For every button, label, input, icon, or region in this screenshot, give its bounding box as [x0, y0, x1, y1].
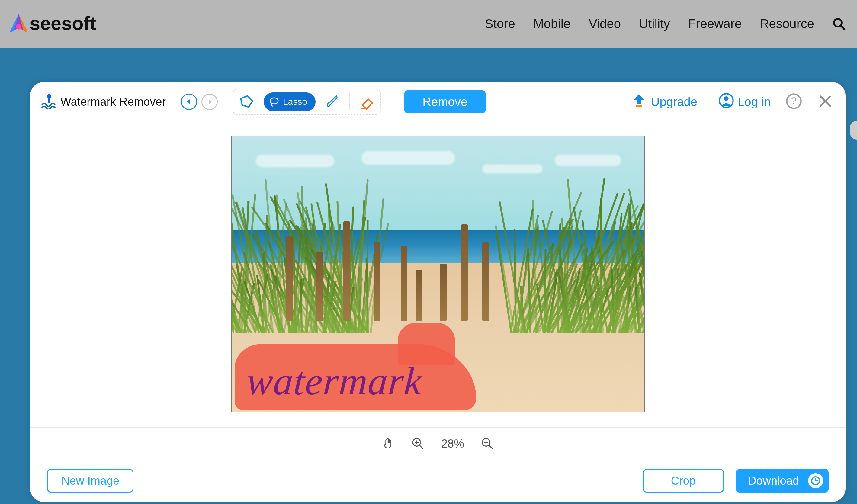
svg-rect-8	[636, 105, 642, 106]
nav-store[interactable]: Store	[485, 17, 515, 31]
crop-label: Crop	[671, 474, 696, 487]
tool-separator	[349, 93, 350, 110]
login-label: Log in	[738, 95, 771, 109]
login-button[interactable]: Log in	[718, 93, 771, 111]
history-controls	[181, 94, 218, 110]
zoom-out-icon[interactable]	[481, 437, 494, 450]
watermark-text: watermark	[245, 358, 424, 404]
nav-freeware[interactable]: Freeware	[688, 17, 742, 31]
svg-point-0	[16, 24, 21, 30]
lasso-label: Lasso	[283, 97, 307, 107]
svg-point-6	[270, 98, 278, 104]
nav-resource[interactable]: Resource	[760, 17, 814, 31]
site-nav: Store Mobile Video Utility Freeware Reso…	[485, 17, 845, 31]
download-button[interactable]: Download	[736, 469, 829, 492]
search-icon[interactable]	[832, 17, 845, 31]
nav-mobile[interactable]: Mobile	[533, 17, 571, 31]
watermark-icon	[40, 92, 58, 112]
lasso-tool-button[interactable]: Lasso	[264, 93, 316, 111]
canvas-image[interactable]: watermark	[231, 136, 645, 412]
upgrade-icon	[631, 93, 647, 111]
app-title-text: Watermark Remover	[61, 96, 166, 108]
history-clock-icon[interactable]	[808, 473, 823, 488]
undo-button[interactable]	[181, 94, 197, 110]
app-toolbar: Watermark Remover Lasso	[30, 82, 845, 121]
side-handle[interactable]	[850, 121, 857, 139]
redo-button[interactable]	[201, 94, 218, 110]
help-icon[interactable]: ?	[786, 93, 802, 111]
canvas-area[interactable]: watermark	[30, 121, 845, 427]
svg-point-10	[724, 96, 728, 101]
upgrade-button[interactable]: Upgrade	[631, 93, 697, 111]
new-image-label: New Image	[61, 474, 119, 487]
new-image-button[interactable]: New Image	[47, 469, 133, 492]
nav-utility[interactable]: Utility	[639, 17, 670, 31]
polygon-tool-icon[interactable]	[239, 94, 255, 110]
selection-tools: Lasso	[233, 89, 381, 115]
remove-button[interactable]: Remove	[404, 90, 486, 113]
zoom-value: 28%	[441, 437, 464, 450]
remove-label: Remove	[422, 95, 468, 109]
zoom-in-icon[interactable]	[411, 437, 424, 450]
app-panel: Watermark Remover Lasso	[30, 82, 845, 502]
download-label: Download	[748, 474, 799, 487]
app-title: Watermark Remover	[40, 92, 166, 112]
svg-line-20	[489, 445, 492, 449]
svg-rect-5	[48, 98, 50, 103]
crop-button[interactable]: Crop	[643, 469, 724, 492]
nav-video[interactable]: Video	[589, 17, 621, 31]
svg-text:?: ?	[791, 95, 797, 106]
svg-text:seesoft: seesoft	[30, 13, 96, 34]
eraser-tool-icon[interactable]	[359, 94, 375, 110]
svg-line-16	[419, 445, 423, 449]
upgrade-label: Upgrade	[651, 95, 697, 109]
pan-hand-icon[interactable]	[382, 437, 395, 450]
app-footer: New Image Crop Download	[30, 459, 845, 502]
close-icon[interactable]	[817, 93, 834, 111]
site-header: seesoft Store Mobile Video Utility Freew…	[0, 0, 857, 48]
brush-tool-icon[interactable]	[325, 94, 340, 110]
zoom-bar: 28%	[30, 427, 845, 459]
svg-line-3	[841, 26, 845, 30]
user-icon	[718, 93, 734, 111]
brand-logo[interactable]: seesoft	[7, 9, 122, 39]
